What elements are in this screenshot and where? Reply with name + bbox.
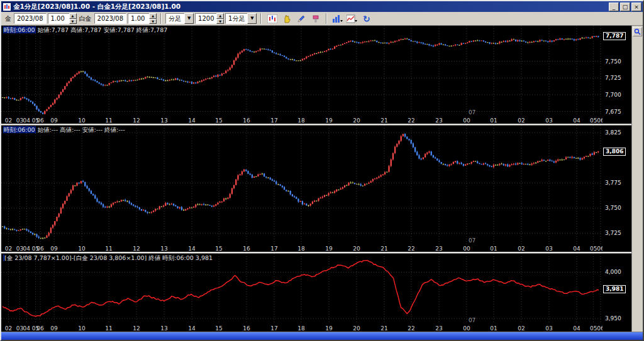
- indicator-button[interactable]: [331, 13, 344, 24]
- close-button[interactable]: ×: [631, 3, 641, 11]
- magnifier-icon: [634, 28, 641, 35]
- bar-count-stepper[interactable]: 1200 ▲ ▼: [195, 13, 224, 24]
- side-strip: [631, 26, 643, 332]
- svg-text:00: 00: [463, 117, 470, 124]
- chevron-down-icon[interactable]: ▼: [184, 13, 194, 24]
- quote-values: 始値:7,787 高値:7,787 安値:7,787 終値:7,787: [36, 26, 168, 33]
- svg-text:03: 03: [545, 246, 552, 252]
- price-tick-label: 3,775: [605, 180, 621, 186]
- svg-text:06: 06: [597, 117, 602, 124]
- svg-text:15: 15: [215, 246, 222, 252]
- quote-time: 時刻:06:00: [3, 126, 36, 133]
- study-button[interactable]: [345, 13, 358, 24]
- platinum-plot-area[interactable]: 0203040506091011121314151617181920212223…: [1, 126, 602, 252]
- platinum-multiplier-value[interactable]: 1.00: [128, 13, 149, 24]
- refresh-button[interactable]: ↻: [360, 13, 373, 24]
- spread-chart-panel: 0203040506091011121314151617181920212223…: [1, 254, 631, 332]
- svg-text:20: 20: [353, 117, 360, 124]
- svg-text:17: 17: [270, 117, 277, 124]
- spin-up-icon[interactable]: ▲: [149, 13, 157, 19]
- svg-text:04: 04: [23, 325, 30, 332]
- svg-text:02: 02: [518, 117, 525, 124]
- platinum-quote-info: 時刻:06:00 始値:--- 高値:--- 安値:--- 終値:---: [3, 126, 125, 134]
- svg-text:12: 12: [133, 325, 140, 332]
- chart-type-button[interactable]: [265, 13, 279, 24]
- period-dropdown[interactable]: 分足 ▼: [165, 13, 194, 24]
- hand-icon: [282, 14, 291, 23]
- svg-text:05: 05: [590, 325, 597, 332]
- current-price-badge: 7,787: [603, 32, 626, 40]
- bar-count-value[interactable]: 1200: [195, 13, 216, 24]
- spin-up-icon[interactable]: ▲: [69, 13, 77, 19]
- maximize-button[interactable]: □: [620, 3, 630, 11]
- price-tick-label: 7,675: [605, 109, 621, 115]
- svg-text:04: 04: [573, 246, 580, 252]
- svg-text:15: 15: [215, 325, 222, 332]
- platinum-month-select[interactable]: 2023/08: [94, 13, 127, 24]
- period-dropdown-value[interactable]: 分足: [165, 13, 184, 24]
- spin-down-icon[interactable]: ▼: [216, 19, 224, 24]
- price-tick-label: 7,725: [605, 75, 621, 81]
- draw-button[interactable]: [294, 13, 308, 24]
- svg-text:16: 16: [243, 246, 250, 252]
- svg-text:01: 01: [490, 117, 497, 124]
- spin-up-icon[interactable]: ▲: [216, 13, 224, 19]
- gold-plot-area[interactable]: 0203040506091011121314151617181920212223…: [1, 26, 602, 124]
- gold-multiplier-stepper[interactable]: 1.00 ▲ ▼: [48, 13, 77, 24]
- marker-button[interactable]: [309, 13, 322, 24]
- svg-text:20: 20: [353, 246, 360, 252]
- platinum-price-axis[interactable]: 3,8253,7753,7503,7253,806: [602, 126, 631, 252]
- spin-down-icon[interactable]: ▼: [69, 19, 77, 24]
- price-tick-label: 4,000: [605, 269, 621, 275]
- platinum-multiplier-stepper[interactable]: 1.00 ▲ ▼: [128, 13, 157, 24]
- svg-text:09: 09: [50, 117, 58, 124]
- price-tick-label: 7,700: [605, 92, 621, 98]
- svg-text:20: 20: [353, 325, 360, 332]
- gold-candlestick-chart[interactable]: 0203040506091011121314151617181920212223…: [1, 26, 602, 124]
- svg-text:23: 23: [435, 117, 442, 124]
- gold-month-select[interactable]: 2023/08: [14, 13, 47, 24]
- svg-text:04: 04: [23, 246, 30, 252]
- title-bar[interactable]: 金1分足[2023/08]1.00 - 白金1分足[2023/08]1.00 _…: [1, 1, 643, 12]
- platinum-candlestick-chart[interactable]: 0203040506091011121314151617181920212223…: [1, 126, 602, 252]
- svg-text:22: 22: [408, 325, 414, 332]
- platinum-label: 白金: [79, 14, 92, 23]
- app-icon: [3, 3, 11, 11]
- gold-label: 金: [5, 14, 11, 23]
- window-title: 金1分足[2023/08]1.00 - 白金1分足[2023/08]1.00: [13, 3, 608, 11]
- svg-text:02: 02: [5, 117, 12, 124]
- toolbar-separator: [326, 13, 327, 24]
- price-tick-label: 3,825: [605, 129, 621, 136]
- svg-text:02: 02: [5, 246, 12, 252]
- spread-plot-area[interactable]: 0203040506091011121314151617181920212223…: [1, 254, 602, 332]
- price-tick-label: 3,725: [605, 230, 621, 236]
- svg-text:14: 14: [188, 117, 196, 124]
- svg-text:13: 13: [160, 246, 167, 252]
- spread-price-axis[interactable]: 4,0003,9503,981: [602, 254, 631, 332]
- minimize-button[interactable]: _: [609, 3, 619, 11]
- svg-text:04: 04: [23, 117, 30, 124]
- price-tick-label: 3,950: [605, 315, 621, 322]
- svg-text:01: 01: [490, 325, 497, 332]
- svg-text:21: 21: [380, 246, 387, 252]
- chevron-down-icon[interactable]: ▼: [247, 13, 257, 24]
- svg-text:17: 17: [270, 325, 277, 332]
- timeframe-dropdown[interactable]: 1分足 ▼: [225, 13, 257, 24]
- current-price-badge: 3,981: [603, 285, 626, 293]
- quick-settings-button[interactable]: [633, 27, 642, 36]
- gold-multiplier-value[interactable]: 1.00: [48, 13, 69, 24]
- gold-price-axis[interactable]: 7,7507,7257,7007,6757,787: [602, 26, 631, 124]
- svg-text:23: 23: [435, 325, 442, 332]
- svg-text:05: 05: [590, 117, 597, 124]
- svg-text:10: 10: [78, 325, 86, 332]
- pan-button[interactable]: [280, 13, 293, 24]
- svg-text:11: 11: [105, 246, 112, 252]
- svg-text:18: 18: [297, 246, 305, 252]
- timeframe-dropdown-value[interactable]: 1分足: [225, 13, 247, 24]
- svg-text:02: 02: [5, 325, 12, 332]
- spread-line-chart[interactable]: 0203040506091011121314151617181920212223…: [1, 254, 602, 332]
- quote-values: 始値:--- 高値:--- 安値:--- 終値:---: [36, 126, 125, 133]
- spin-down-icon[interactable]: ▼: [149, 19, 157, 24]
- svg-text:10: 10: [78, 246, 86, 252]
- candlestick-icon: [267, 14, 277, 23]
